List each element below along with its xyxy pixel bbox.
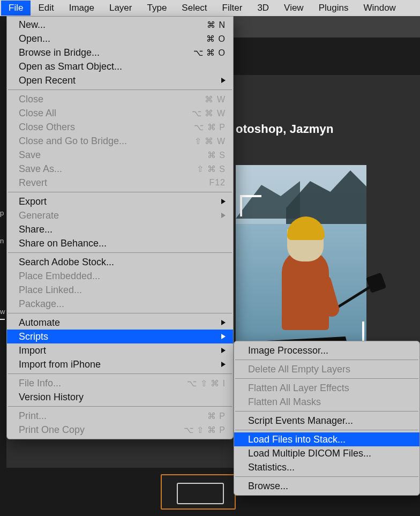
menu-item-label: Export <box>19 196 47 207</box>
submenu-item-label: Delete All Empty Layers <box>248 364 350 375</box>
menu-separator <box>235 411 418 412</box>
submenu-arrow-icon <box>221 362 226 367</box>
menu-item[interactable]: Import from iPhone <box>7 357 233 371</box>
menubar-item-image[interactable]: Image <box>62 1 102 16</box>
menu-item-label: Save <box>19 149 41 161</box>
menubar: File Edit Image Layer Type Select Filter… <box>0 0 420 16</box>
menu-shortcut: ⌘ P <box>207 411 226 421</box>
menu-separator <box>8 252 232 253</box>
menu-item[interactable]: Share... <box>7 222 233 236</box>
menu-item: Package... <box>7 297 233 311</box>
menubar-item-layer[interactable]: Layer <box>102 1 140 16</box>
side-label: w <box>0 308 5 320</box>
menubar-item-select[interactable]: Select <box>174 1 214 16</box>
menubar-item-plugins[interactable]: Plugins <box>311 1 356 16</box>
menu-item[interactable]: Browse in Bridge...⌥ ⌘ O <box>7 46 233 59</box>
submenu-item-label: Load Multiple DICOM Files... <box>248 448 371 459</box>
menu-separator <box>8 192 232 192</box>
menu-shortcut: ⌘ N <box>207 20 226 30</box>
menu-item-label: Import <box>19 345 46 356</box>
submenu-item: Delete All Empty Layers <box>234 362 419 376</box>
submenu-item-label: Browse... <box>248 481 288 492</box>
menubar-item-window[interactable]: Window <box>356 1 403 16</box>
submenu-item-label: Flatten All Layer Effects <box>248 383 349 394</box>
menu-item: Close⌘ W <box>7 92 233 106</box>
side-label: n <box>0 237 4 245</box>
menu-separator <box>8 406 232 407</box>
menu-shortcut: ⌥ ⌘ W <box>192 108 226 118</box>
menu-separator <box>8 313 232 313</box>
menu-shortcut: ⌘ O <box>206 34 226 44</box>
menu-item: Place Embedded... <box>7 269 233 283</box>
menu-item: Print...⌘ P <box>7 409 233 423</box>
submenu-item-label: Image Processor... <box>248 345 328 356</box>
menu-item-label: File Info... <box>19 378 61 389</box>
menu-item-label: Package... <box>19 298 64 310</box>
submenu-item[interactable]: Image Processor... <box>234 343 419 357</box>
menu-item-label: Open as Smart Object... <box>19 61 122 72</box>
menu-item-label: Scripts <box>19 331 48 342</box>
submenu-item-label: Statistics... <box>248 462 295 473</box>
menu-shortcut: ⇧ ⌘ W <box>194 136 226 146</box>
menu-item: Place Linked... <box>7 283 233 297</box>
menu-item[interactable]: Scripts <box>7 330 233 343</box>
submenu-item[interactable]: Statistics... <box>234 460 419 474</box>
menu-item-label: Print... <box>19 410 47 422</box>
menu-separator <box>235 476 418 477</box>
menu-item: Close All⌥ ⌘ W <box>7 106 233 120</box>
menu-item-label: Version History <box>19 392 84 403</box>
menu-item[interactable]: Share on Behance... <box>7 236 233 250</box>
submenu-item: Flatten All Masks <box>234 395 419 409</box>
submenu-item[interactable]: Load Files into Stack... <box>234 432 419 446</box>
menu-item[interactable]: New...⌘ N <box>7 18 233 32</box>
menu-separator <box>235 430 418 430</box>
submenu-item-label: Load Files into Stack... <box>248 434 346 445</box>
menu-shortcut: F12 <box>209 178 226 188</box>
side-label: p <box>0 209 4 217</box>
menu-item-label: Save As... <box>19 163 62 175</box>
menu-separator <box>235 378 418 379</box>
menu-item[interactable]: Import <box>7 343 233 357</box>
menu-item-label: Close and Go to Bridge... <box>19 136 127 147</box>
submenu-arrow-icon <box>221 78 226 83</box>
menu-item[interactable]: Version History <box>7 390 233 404</box>
thumbnail[interactable] <box>161 474 236 510</box>
menu-item[interactable]: Automate <box>7 316 233 330</box>
menu-item[interactable]: Search Adobe Stock... <box>7 255 233 269</box>
submenu-arrow-icon <box>221 334 226 339</box>
menubar-item-file[interactable]: File <box>1 1 31 16</box>
file-menu: New...⌘ NOpen...⌘ OBrowse in Bridge...⌥ … <box>6 16 234 439</box>
submenu-item[interactable]: Load Multiple DICOM Files... <box>234 446 419 460</box>
menu-item: Save As...⇧ ⌘ S <box>7 162 233 176</box>
menu-shortcut: ⌘ S <box>207 150 226 160</box>
sample-image <box>236 165 366 356</box>
menu-item-label: Print One Copy <box>19 424 85 436</box>
menu-shortcut: ⌥ ⇧ ⌘ P <box>184 425 226 435</box>
menu-item[interactable]: Open Recent <box>7 73 233 87</box>
menubar-item-view[interactable]: View <box>276 1 311 16</box>
menu-item[interactable]: Open as Smart Object... <box>7 59 233 73</box>
menu-item[interactable]: Export <box>7 195 233 208</box>
menubar-item-edit[interactable]: Edit <box>31 1 61 16</box>
submenu-arrow-icon <box>221 199 226 204</box>
crop-corner-icon <box>240 195 261 216</box>
menu-shortcut: ⌥ ⇧ ⌘ I <box>187 378 226 388</box>
crop-corner-icon <box>343 321 364 343</box>
submenu-item-label: Flatten All Masks <box>248 397 321 408</box>
submenu-arrow-icon <box>221 320 226 325</box>
scripts-submenu: Image Processor...Delete All Empty Layer… <box>234 341 420 496</box>
menu-item-label: Browse in Bridge... <box>19 47 100 58</box>
menubar-item-filter[interactable]: Filter <box>215 1 250 16</box>
menu-item: Generate <box>7 208 233 222</box>
menu-item-label: Open... <box>19 33 50 44</box>
submenu-item[interactable]: Script Events Manager... <box>234 414 419 428</box>
menu-shortcut: ⇧ ⌘ S <box>197 164 226 174</box>
menu-item-label: Close Others <box>19 122 75 133</box>
menu-shortcut: ⌥ ⌘ O <box>193 48 226 58</box>
menu-item: Close and Go to Bridge...⇧ ⌘ W <box>7 134 233 148</box>
menubar-item-type[interactable]: Type <box>139 1 174 16</box>
submenu-item[interactable]: Browse... <box>234 479 419 493</box>
menu-item-label: Open Recent <box>19 75 76 86</box>
menubar-item-3d[interactable]: 3D <box>250 1 276 16</box>
menu-item[interactable]: Open...⌘ O <box>7 32 233 46</box>
